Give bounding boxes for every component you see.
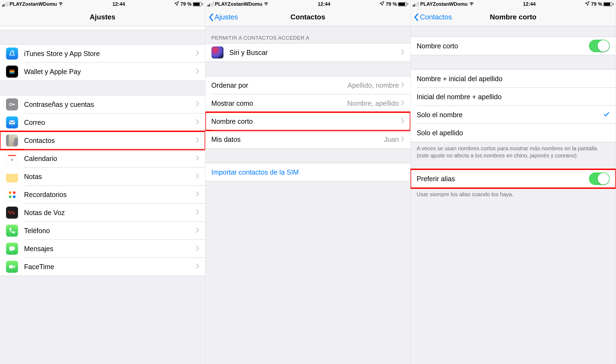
signal-icon <box>208 2 214 7</box>
carrier-label: PLAYZostanWDomu <box>10 1 57 7</box>
nav-bar: Ajustes Contactos <box>205 8 411 26</box>
location-icon <box>379 1 385 8</box>
battery-icon <box>603 2 614 6</box>
row-display-order[interactable]: Mostrar como Nombre, apellido <box>205 94 411 112</box>
short-name-panel: PLAYZostanWDomu 12:44 79 % Contactos Nom… <box>411 0 616 364</box>
chevron-right-icon <box>196 68 199 75</box>
back-button[interactable]: Ajustes <box>209 13 238 21</box>
row-reminders[interactable]: Recordatorios <box>0 186 205 204</box>
reminders-icon <box>6 189 18 201</box>
svg-text:•: • <box>11 157 13 162</box>
svg-rect-0 <box>10 70 14 71</box>
row-last-only[interactable]: Solo el apellido <box>411 124 616 142</box>
signal-icon <box>413 2 419 7</box>
chevron-right-icon <box>196 209 199 216</box>
chevron-right-icon <box>401 118 404 125</box>
carrier-label: PLAYZostanWDomu <box>215 1 262 7</box>
row-short-name[interactable]: Nombre corto <box>205 112 411 130</box>
calendar-icon: • <box>6 152 18 165</box>
phone-icon <box>6 225 18 237</box>
wifi-icon <box>469 1 474 8</box>
chevron-right-icon <box>196 50 199 57</box>
status-bar: PLAYZostanWDomu 12:44 79 % <box>411 0 616 8</box>
checkmark-icon <box>603 111 610 119</box>
facetime-icon <box>6 261 18 273</box>
battery-icon <box>193 2 203 6</box>
chevron-right-icon <box>196 191 199 198</box>
chevron-right-icon <box>196 137 199 144</box>
row-calendar[interactable]: • Calendario <box>0 149 205 168</box>
chevron-right-icon <box>196 245 199 252</box>
appstore-icon <box>6 48 18 60</box>
row-last-initial-first[interactable]: Inicial del nombre + apellido <box>411 88 616 106</box>
row-contacts[interactable]: Contactos <box>0 131 205 149</box>
status-time: 12:44 <box>269 1 379 7</box>
my-info-value: Juan <box>384 136 399 143</box>
siri-icon <box>211 46 223 58</box>
prefer-nicknames-switch[interactable] <box>589 172 610 185</box>
row-sort-order[interactable]: Ordenar por Apellido, nombre <box>205 76 411 94</box>
settings-panel: PLAYZostanWDomu 12:44 79 % Ajustes iTune… <box>0 0 205 364</box>
nav-bar: Contactos Nombre corto <box>411 8 616 26</box>
row-prefer-nicknames[interactable]: Preferir alias <box>411 170 616 188</box>
page-title: Nombre corto <box>490 13 536 21</box>
signal-icon <box>2 2 8 7</box>
row-facetime[interactable]: FaceTime <box>0 258 205 276</box>
row-import-sim[interactable]: Importar contactos de la SIM <box>205 163 411 181</box>
row-first-last-initial[interactable]: Nombre + inicial del apellido <box>411 70 616 88</box>
battery-percent: 79 % <box>591 1 602 7</box>
key-icon <box>6 98 18 110</box>
row-wallet[interactable]: Wallet y Apple Pay <box>0 63 205 81</box>
chevron-right-icon <box>401 49 404 56</box>
status-time: 12:44 <box>474 1 585 7</box>
battery-percent: 79 % <box>386 1 397 7</box>
voicememos-icon <box>6 207 18 219</box>
contacts-icon <box>6 134 18 146</box>
row-notes[interactable]: Notas <box>0 168 205 186</box>
status-bar: PLAYZostanWDomu 12:44 79 % <box>0 0 205 8</box>
section-footer: A veces se usan nombres cortos para most… <box>411 142 616 159</box>
chevron-right-icon <box>196 119 199 126</box>
row-first-only[interactable]: Solo el nombre <box>411 106 616 124</box>
contacts-settings-panel: PLAYZostanWDomu 12:44 79 % Ajustes Conta… <box>205 0 411 364</box>
svg-rect-4 <box>9 121 15 124</box>
wallet-icon <box>6 66 18 78</box>
row-phone[interactable]: Teléfono <box>0 222 205 240</box>
row-my-info[interactable]: Mis datos Juan <box>205 130 411 148</box>
row-siri-search[interactable]: Siri y Buscar <box>205 43 411 61</box>
sort-order-value: Apellido, nombre <box>348 81 399 89</box>
notes-icon <box>6 171 18 183</box>
svg-rect-6 <box>9 265 13 268</box>
chevron-right-icon <box>401 100 404 107</box>
row-short-name-toggle[interactable]: Nombre corto <box>411 37 616 55</box>
chevron-right-icon <box>401 136 404 143</box>
chevron-right-icon <box>196 227 199 234</box>
row-passwords[interactable]: Contraseñas y cuentas <box>0 95 205 113</box>
chevron-right-icon <box>196 173 199 180</box>
svg-rect-1 <box>10 71 14 72</box>
back-button[interactable]: Contactos <box>414 13 452 21</box>
row-messages[interactable]: Mensajes <box>0 240 205 258</box>
wifi-icon <box>263 1 269 8</box>
svg-point-3 <box>10 103 12 105</box>
carrier-label: PLAYZostanWDomu <box>420 1 467 7</box>
location-icon <box>174 1 179 8</box>
row-itunes-appstore[interactable]: iTunes Store y App Store <box>0 45 205 63</box>
location-icon <box>585 1 590 8</box>
row-mail[interactable]: Correo <box>0 113 205 131</box>
chevron-right-icon <box>196 101 199 108</box>
short-name-switch[interactable] <box>589 40 610 52</box>
row-voicememos[interactable]: Notas de Voz <box>0 204 205 222</box>
section-header: Permitir a Contactos acceder a <box>205 26 411 43</box>
chevron-right-icon <box>196 263 199 270</box>
page-title: Contactos <box>290 13 325 21</box>
battery-icon <box>398 2 408 6</box>
display-order-value: Nombre, apellido <box>347 99 399 107</box>
status-time: 12:44 <box>63 1 174 7</box>
messages-icon <box>6 243 18 255</box>
nav-bar: Ajustes <box>0 8 205 26</box>
section-footer: Usar siempre los alias cuando los haya. <box>411 188 616 198</box>
mail-icon <box>6 116 18 128</box>
battery-percent: 79 % <box>181 1 192 7</box>
chevron-right-icon <box>401 82 404 89</box>
